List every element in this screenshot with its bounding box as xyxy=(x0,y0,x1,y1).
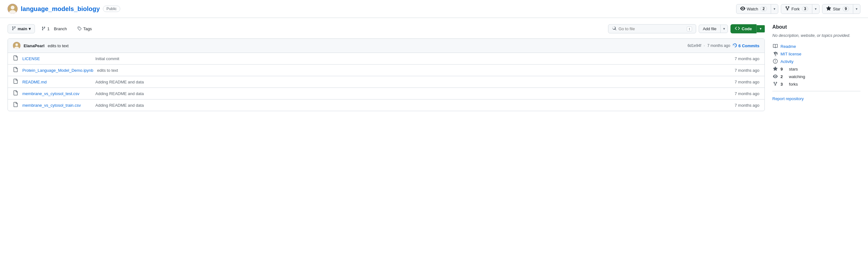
tags-link[interactable]: Tags xyxy=(73,25,96,33)
branch-selector[interactable]: main ▾ xyxy=(7,24,35,33)
file-icon xyxy=(13,102,19,108)
star-label: Star xyxy=(833,7,840,11)
top-actions: Watch 2 ▾ Fork 3 ▾ xyxy=(736,4,861,14)
star-count: 9 xyxy=(842,6,849,11)
visibility-badge: Public xyxy=(103,6,120,12)
tags-label: Tags xyxy=(83,26,92,31)
watching-count: 2 xyxy=(780,74,783,79)
commits-link[interactable]: 6 Commits xyxy=(733,43,760,49)
eye-icon xyxy=(740,6,745,12)
commit-separator: · xyxy=(704,43,705,48)
top-bar: language_models_biology Public Watch 2 ▾ xyxy=(0,0,868,18)
svg-point-1 xyxy=(11,6,14,9)
fork-icon xyxy=(785,6,790,12)
commit-meta: 6d1e94f · 7 months ago 6 Commits xyxy=(688,43,760,49)
sidebar-links: Readme MIT license Activity xyxy=(772,44,861,87)
repo-main: main ▾ 1 Branch Tags xyxy=(7,24,765,111)
about-description: No description, website, or topics provi… xyxy=(772,32,861,39)
file-age: 7 months ago xyxy=(735,56,760,61)
file-icon xyxy=(13,79,19,85)
file-name[interactable]: membrane_vs_cytosol_train.csv xyxy=(22,103,92,108)
watch-label: Watch xyxy=(747,7,758,11)
activity-icon xyxy=(772,59,778,64)
fork-button[interactable]: Fork 3 xyxy=(781,4,813,13)
sidebar-forks-link[interactable]: 3 forks xyxy=(772,82,861,87)
sidebar-stars-link[interactable]: 9 stars xyxy=(772,66,861,72)
branch-name: main xyxy=(18,26,27,31)
commit-author[interactable]: ElanaPearl xyxy=(24,43,45,48)
activity-label: Activity xyxy=(780,59,794,64)
search-shortcut: t xyxy=(687,26,692,31)
watch-button-group: Watch 2 ▾ xyxy=(736,4,778,14)
sidebar-readme-link[interactable]: Readme xyxy=(772,44,861,50)
file-age: 7 months ago xyxy=(735,103,760,108)
file-commit-msg: Adding README and data xyxy=(95,80,731,84)
add-file-button-group: Add file ▾ xyxy=(699,25,727,33)
file-name[interactable]: README.md xyxy=(22,80,92,84)
sidebar-activity-link[interactable]: Activity xyxy=(772,59,861,64)
star-dropdown-arrow[interactable]: ▾ xyxy=(853,5,860,12)
book-icon xyxy=(772,44,778,50)
code-button-group: Code ▾ xyxy=(731,24,765,33)
file-name[interactable]: Protein_Language_Model_Demo.ipynb xyxy=(22,68,93,73)
commit-message: edits to text xyxy=(48,43,69,48)
table-row: README.md Adding README and data 7 month… xyxy=(8,76,765,88)
stars-label: stars xyxy=(789,67,798,71)
star-button[interactable]: Star 9 xyxy=(823,4,853,13)
sidebar: About No description, website, or topics… xyxy=(772,24,861,111)
watch-count: 2 xyxy=(761,6,767,11)
commits-count: 6 xyxy=(738,43,741,48)
repo-identity: language_models_biology Public xyxy=(7,4,120,14)
branch-label: Branch xyxy=(54,26,67,31)
commits-label: Commits xyxy=(742,43,760,48)
table-row: LICENSE Initial commit 7 months ago xyxy=(8,53,765,64)
commit-avatar xyxy=(13,42,21,50)
tag-icon xyxy=(78,26,82,31)
file-age: 7 months ago xyxy=(735,91,760,96)
add-file-button[interactable]: Add file xyxy=(699,25,720,33)
file-commit-msg: edits to text xyxy=(97,68,731,73)
sidebar-license-link[interactable]: MIT license xyxy=(772,51,861,57)
file-age: 7 months ago xyxy=(735,80,760,84)
commit-hash[interactable]: 6d1e94f xyxy=(688,43,701,48)
file-commit-msg: Adding README and data xyxy=(95,103,731,108)
fork-label: Fork xyxy=(792,7,800,11)
search-input[interactable] xyxy=(618,26,685,31)
fork-dropdown-arrow[interactable]: ▾ xyxy=(812,5,819,12)
report-repository-link[interactable]: Report repository xyxy=(772,96,861,101)
sidebar-watching-link[interactable]: 2 watching xyxy=(772,74,861,80)
file-commit-msg: Initial commit xyxy=(95,56,731,61)
fork-small-icon xyxy=(772,82,778,87)
svg-point-4 xyxy=(16,43,18,46)
license-label: MIT license xyxy=(780,52,801,56)
readme-label: Readme xyxy=(780,44,796,49)
code-icon xyxy=(735,26,740,32)
repo-name[interactable]: language_models_biology xyxy=(21,5,100,12)
watch-dropdown-arrow[interactable]: ▾ xyxy=(771,5,778,12)
file-table: ElanaPearl edits to text 6d1e94f · 7 mon… xyxy=(7,38,765,111)
table-row: Protein_Language_Model_Demo.ipynb edits … xyxy=(8,64,765,76)
add-file-dropdown-arrow[interactable]: ▾ xyxy=(721,25,727,32)
watch-button[interactable]: Watch 2 xyxy=(737,4,771,13)
file-name[interactable]: LICENSE xyxy=(22,56,92,61)
code-button[interactable]: Code xyxy=(731,24,757,33)
forks-count: 3 xyxy=(780,82,783,87)
branch-count: 1 xyxy=(47,26,50,31)
file-icon xyxy=(13,67,19,73)
commit-row: ElanaPearl edits to text 6d1e94f · 7 mon… xyxy=(8,39,765,53)
star-button-group: Star 9 ▾ xyxy=(822,4,861,14)
history-icon xyxy=(733,43,737,49)
chevron-down-icon: ▾ xyxy=(29,26,31,31)
branch-icon xyxy=(12,26,16,31)
forks-label: forks xyxy=(789,82,798,87)
star-icon xyxy=(826,6,831,12)
file-name[interactable]: membrane_vs_cytosol_test.csv xyxy=(22,91,92,96)
add-file-label: Add file xyxy=(703,26,716,31)
branches-link[interactable]: 1 Branch xyxy=(37,25,71,33)
code-dropdown-arrow[interactable]: ▾ xyxy=(756,25,765,32)
commit-age: 7 months ago xyxy=(707,43,730,48)
table-row: membrane_vs_cytosol_train.csv Adding REA… xyxy=(8,99,765,111)
file-commit-msg: Adding README and data xyxy=(95,91,731,96)
main-content: main ▾ 1 Branch Tags xyxy=(0,18,868,117)
watching-label: watching xyxy=(789,74,805,79)
